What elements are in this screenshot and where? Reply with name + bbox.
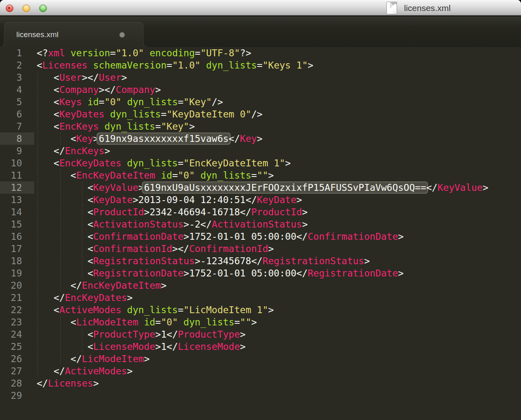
code-token: </ bbox=[296, 231, 308, 242]
code-token: > bbox=[240, 329, 246, 340]
line-number[interactable]: 21 bbox=[0, 292, 34, 304]
line-number[interactable]: 7 bbox=[0, 120, 34, 133]
line-number[interactable]: 23 bbox=[0, 316, 34, 328]
code-line[interactable]: 2<Licenses schemaVersion="1.0" dyn_lists… bbox=[0, 59, 521, 71]
line-number[interactable]: 5 bbox=[0, 96, 34, 108]
code-token: > bbox=[155, 341, 161, 352]
close-button[interactable] bbox=[6, 4, 13, 12]
titlebar[interactable]: licenses.xml bbox=[0, 0, 521, 15]
code-line[interactable]: 7 <EncKeys dyn_lists="Key"> bbox=[0, 120, 521, 133]
code-line[interactable]: 3 <User></User> bbox=[0, 71, 521, 84]
code-line[interactable]: 5 <Keys id="0" dyn_lists="Key"/> bbox=[0, 96, 521, 108]
line-number[interactable]: 13 bbox=[0, 194, 34, 206]
line-number[interactable]: 1 bbox=[0, 47, 34, 59]
code-line[interactable]: 8 <Key>619nx9asxxxxxxxf15vaw6s</Key> bbox=[0, 133, 521, 145]
code-line[interactable]: 20 </EncKeyDateItem> bbox=[0, 279, 521, 292]
code-token: < bbox=[88, 207, 93, 217]
line-number[interactable]: 22 bbox=[0, 304, 34, 316]
code-token: > bbox=[364, 256, 370, 266]
code-line[interactable]: 9 </EncKeys> bbox=[0, 145, 521, 157]
tab-licenses-xml[interactable]: licenses.xml bbox=[4, 22, 143, 47]
line-number[interactable]: 11 bbox=[0, 169, 34, 181]
code-line[interactable]: 29 bbox=[0, 389, 521, 402]
code-token: Key bbox=[76, 133, 93, 144]
line-number[interactable]: 3 bbox=[0, 71, 34, 84]
highlighted-match: 619nx9asxxxxxxxf15vaw6s bbox=[97, 133, 231, 145]
line-number[interactable]: 6 bbox=[0, 108, 34, 120]
line-number[interactable]: 25 bbox=[0, 340, 34, 353]
code-line[interactable]: 23 <LicModeItem id="0" dyn_lists=""> bbox=[0, 316, 521, 328]
code-line[interactable]: 28</Licenses> bbox=[0, 377, 521, 389]
line-number[interactable]: 18 bbox=[0, 255, 34, 267]
indent-guide bbox=[38, 169, 38, 181]
indent-guide bbox=[82, 255, 82, 267]
code-line[interactable]: 6 <KeyDates dyn_lists="KeyDateItem 0"/> bbox=[0, 108, 521, 120]
code-token: < bbox=[88, 182, 93, 193]
code-token: version bbox=[71, 48, 110, 58]
line-content: <ActiveModes dyn_lists="LicModeItem 1"> bbox=[34, 304, 274, 316]
line-content: </EncKeyDateItem> bbox=[34, 279, 167, 292]
indent-guide bbox=[82, 218, 82, 230]
code-token: </ bbox=[37, 378, 48, 389]
code-token: ConfirmationId bbox=[189, 243, 268, 254]
window-title-group: licenses.xml bbox=[386, 2, 450, 14]
code-token: < bbox=[88, 256, 93, 266]
minimize-button[interactable] bbox=[22, 4, 30, 12]
code-token bbox=[104, 109, 110, 119]
code-token: = bbox=[167, 60, 172, 71]
line-number[interactable]: 9 bbox=[0, 145, 34, 157]
code-line[interactable]: 19 <RegistrationDate>1752-01-01 05:00:00… bbox=[0, 267, 521, 279]
code-line[interactable]: 16 <ConfirmationDate>1752-01-01 05:00:00… bbox=[0, 230, 521, 243]
code-token: > bbox=[268, 170, 274, 181]
code-line[interactable]: 10 <EncKeyDates dyn_lists="EncKeyDateIte… bbox=[0, 157, 521, 169]
code-line[interactable]: 26 </LicModeItem> bbox=[0, 353, 521, 365]
code-token: = bbox=[99, 97, 104, 107]
code-line[interactable]: 21 </EncKeyDates> bbox=[0, 292, 521, 304]
code-line[interactable]: 17 <ConfirmationId></ConfirmationId> bbox=[0, 243, 521, 255]
line-number[interactable]: 12 bbox=[0, 181, 34, 194]
code-line[interactable]: 4 <Company></Company> bbox=[0, 84, 521, 96]
code-token: < bbox=[54, 121, 60, 132]
line-number[interactable]: 10 bbox=[0, 157, 34, 169]
code-line[interactable]: 12 <KeyValue>619nxU9aUsxxxxxxxxJErFOOzxi… bbox=[0, 181, 521, 194]
indent-guide bbox=[82, 340, 82, 353]
line-number[interactable]: 28 bbox=[0, 377, 34, 389]
code-line[interactable]: 14 <ProductId>2342-46694-16718</ProductI… bbox=[0, 206, 521, 218]
line-number[interactable]: 26 bbox=[0, 353, 34, 365]
line-content: </ActiveModes> bbox=[34, 365, 132, 377]
line-number[interactable]: 27 bbox=[0, 365, 34, 377]
code-editor[interactable]: 1<?xml version="1.0" encoding="UTF-8"?>2… bbox=[0, 47, 521, 420]
indent-guide bbox=[38, 279, 38, 292]
line-number[interactable]: 20 bbox=[0, 279, 34, 292]
line-number[interactable]: 4 bbox=[0, 84, 34, 96]
line-number[interactable]: 29 bbox=[0, 389, 34, 402]
code-line[interactable]: 18 <RegistrationStatus>-12345678</Regist… bbox=[0, 255, 521, 267]
line-number[interactable]: 14 bbox=[0, 206, 34, 218]
code-line[interactable]: 24 <ProductType>1</ProductType> bbox=[0, 328, 521, 340]
code-token: "KeyDateItem 0" bbox=[167, 109, 252, 119]
code-line[interactable]: 1<?xml version="1.0" encoding="UTF-8"?> bbox=[0, 47, 521, 59]
code-line[interactable]: 11 <EncKeyDateItem id="0" dyn_lists=""> bbox=[0, 169, 521, 181]
code-token: dyn_lists bbox=[127, 97, 178, 107]
code-token: > bbox=[144, 354, 150, 364]
code-line[interactable]: 22 <ActiveModes dyn_lists="LicModeItem 1… bbox=[0, 304, 521, 316]
code-token: </ bbox=[71, 280, 82, 291]
line-number[interactable]: 8 bbox=[0, 133, 34, 145]
code-token: </ bbox=[201, 219, 212, 230]
indent-guide bbox=[38, 120, 38, 133]
code-line[interactable]: 13 <KeyDate>2013-09-04 12:40:51</KeyDate… bbox=[0, 194, 521, 206]
code-token: "UTF-8" bbox=[201, 48, 240, 58]
code-line[interactable]: 25 <LicenseMode>1</LicenseMode> bbox=[0, 340, 521, 353]
code-line[interactable]: 27 </ActiveModes> bbox=[0, 365, 521, 377]
code-token: ConfirmationDate bbox=[308, 231, 398, 242]
code-line[interactable]: 15 <ActivationStatus>-2</ActivationStatu… bbox=[0, 218, 521, 230]
zoom-button[interactable] bbox=[39, 4, 47, 12]
line-number[interactable]: 15 bbox=[0, 218, 34, 230]
line-number[interactable]: 16 bbox=[0, 230, 34, 243]
line-number[interactable]: 2 bbox=[0, 59, 34, 71]
line-number[interactable]: 17 bbox=[0, 243, 34, 255]
line-number[interactable]: 24 bbox=[0, 328, 34, 340]
code-token: > bbox=[240, 341, 246, 352]
line-number[interactable]: 19 bbox=[0, 267, 34, 279]
code-token: KeyValue bbox=[93, 182, 138, 193]
